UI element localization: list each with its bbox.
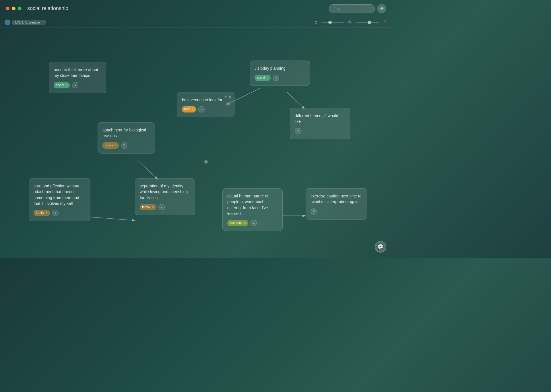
user-badge: 👤 LVL 6: Apprentice II xyxy=(5,20,46,25)
expand-button-venues[interactable]: ∨ xyxy=(198,106,205,112)
tag-social-pill-bday[interactable]: social ✕ xyxy=(255,75,271,81)
svg-line-3 xyxy=(90,217,134,220)
svg-line-1 xyxy=(287,92,304,108)
card-bday-footer: social ✕ ∨ xyxy=(255,75,305,81)
tag-social-pill[interactable]: social ✕ xyxy=(54,82,70,88)
fullscreen-button[interactable] xyxy=(18,7,22,10)
tag-add-button[interactable]: ⊕ xyxy=(377,4,386,13)
card-venues-footer: todo ✕ ∨ xyxy=(182,106,230,112)
tag-remove-btn-human[interactable]: ✕ xyxy=(244,221,246,225)
close-button[interactable] xyxy=(6,7,9,10)
tag-remove-btn-bday[interactable]: ✕ xyxy=(266,76,268,80)
expand-button-bday[interactable]: ∨ xyxy=(273,75,279,81)
zoom-slider-2[interactable] xyxy=(356,22,379,23)
tag-input[interactable] xyxy=(329,4,375,13)
tag-family-pill-care[interactable]: family ✕ xyxy=(34,210,50,216)
card-human-nature[interactable]: actual human nature of people at work mu… xyxy=(222,188,283,231)
settings-icon[interactable]: ⚙ xyxy=(314,20,318,25)
card-exercise[interactable]: exercise caution next time to avoid misi… xyxy=(306,188,367,220)
card-attachment-text: attachment for biological reasons xyxy=(102,127,150,139)
card-venues[interactable]: ✏ 🗑 best venues to look for todo ✕ ∨ xyxy=(177,92,234,117)
tag-todo-pill[interactable]: todo ✕ xyxy=(182,106,196,112)
expand-button[interactable]: ∨ xyxy=(72,82,78,88)
card-care-footer: family ✕ ∨ xyxy=(34,210,86,216)
card-bday-text: J's bday planning xyxy=(255,65,305,71)
search-icon[interactable]: 🔍 xyxy=(348,20,353,25)
card-separation[interactable]: separation of my identity while loving a… xyxy=(135,178,195,215)
card-attachment[interactable]: attachment for biological reasons family… xyxy=(98,122,155,154)
card-venues-actions: ✏ 🗑 xyxy=(224,95,232,100)
card-attachment-footer: family ✕ ∨ xyxy=(102,142,150,149)
expand-button-attachment[interactable]: ∨ xyxy=(121,142,127,149)
expand-button-themes[interactable]: ∨ xyxy=(295,128,301,134)
toolbar: 👤 LVL 6: Apprentice II ⚙ 🔍 📍 xyxy=(0,17,392,28)
card-themes-footer: ∨ xyxy=(295,128,345,134)
expand-button-human[interactable]: ∨ xyxy=(251,220,257,226)
card-venues-text: best venues to look for xyxy=(182,97,230,103)
card-bday[interactable]: J's bday planning social ✕ ∨ xyxy=(250,61,310,86)
toolbar-right: ⚙ 🔍 📍 xyxy=(314,20,387,25)
card-exercise-footer: ∨ xyxy=(311,208,362,215)
card-themes[interactable]: different themes J would like ∨ xyxy=(290,108,350,139)
user-icon: 👤 xyxy=(5,20,10,25)
canvas: need to think more about my close friend… xyxy=(0,28,392,258)
titlebar: social relationship ⊕ xyxy=(0,0,392,17)
card-human-nature-footer: learnings ✕ ∨ xyxy=(227,220,278,226)
card-separation-footer: family ✕ ∨ xyxy=(140,204,190,210)
tag-family-pill-separation[interactable]: family ✕ xyxy=(140,204,156,210)
card-care[interactable]: care and affection without attachment th… xyxy=(29,178,90,221)
map-icon[interactable]: 📍 xyxy=(383,20,387,25)
traffic-lights xyxy=(6,7,22,10)
edit-icon[interactable]: ✏ xyxy=(224,95,227,100)
tag-input-container: ⊕ xyxy=(329,4,386,13)
card-friendships-footer: social ✕ ∨ xyxy=(54,82,101,88)
card-friendships[interactable]: need to think more about my close friend… xyxy=(49,62,106,93)
expand-button-separation[interactable]: ∨ xyxy=(158,204,165,210)
tag-remove-btn[interactable]: ✕ xyxy=(65,83,67,87)
level-badge: LVL 6: Apprentice II xyxy=(12,20,46,25)
card-exercise-text: exercise caution next time to avoid misi… xyxy=(311,193,362,205)
card-themes-text: different themes J would like xyxy=(295,113,345,125)
minimize-button[interactable] xyxy=(12,7,15,10)
tag-remove-btn-care[interactable]: ✕ xyxy=(45,211,48,215)
expand-button-exercise[interactable]: ∨ xyxy=(311,208,317,215)
card-separation-text: separation of my identity while loving a… xyxy=(140,183,190,201)
tag-learnings-pill[interactable]: learnings ✕ xyxy=(227,220,248,226)
tag-remove-btn-attachment[interactable]: ✕ xyxy=(114,143,117,148)
tag-remove-btn-venues[interactable]: ✕ xyxy=(191,107,194,112)
card-friendships-text: need to think more about my close friend… xyxy=(54,67,101,79)
chat-button[interactable]: 💬 xyxy=(375,241,386,253)
tag-remove-btn-separation[interactable]: ✕ xyxy=(152,205,154,209)
zoom-slider-1[interactable] xyxy=(321,22,344,23)
delete-icon[interactable]: 🗑 xyxy=(228,95,232,100)
connection-dot-venues xyxy=(204,160,208,164)
app-title: social relationship xyxy=(27,5,329,11)
svg-line-2 xyxy=(138,160,157,179)
expand-button-care[interactable]: ∨ xyxy=(52,210,59,216)
card-care-text: care and affection without attachment th… xyxy=(34,183,86,206)
tag-family-pill-attachment[interactable]: family ✕ xyxy=(102,142,119,149)
card-human-nature-text: actual human nature of people at work mu… xyxy=(227,193,278,216)
